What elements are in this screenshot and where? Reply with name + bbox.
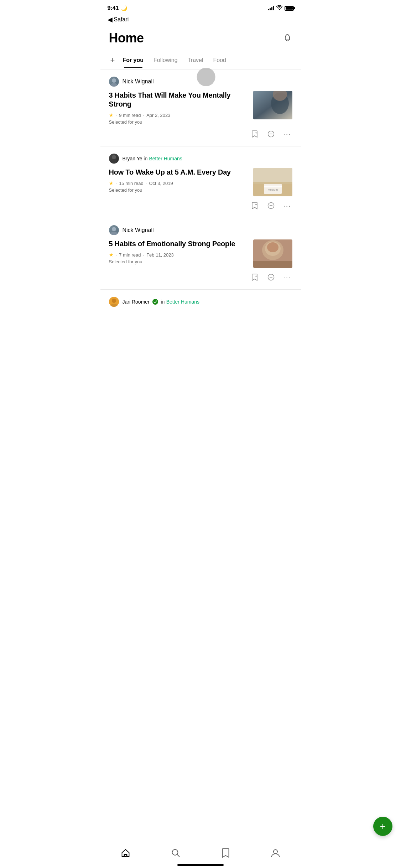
svg-rect-28 (253, 261, 292, 268)
back-label: Safari (114, 16, 129, 23)
article-title[interactable]: How To Wake Up at 5 A.M. Every Day (109, 168, 248, 177)
bookmark-button[interactable] (250, 272, 260, 282)
svg-point-22 (112, 227, 116, 231)
author-row: Nick Wignall (109, 225, 292, 235)
bookmark-button[interactable] (250, 201, 260, 211)
publication-name[interactable]: Better Humans (166, 299, 199, 305)
author-row: Bryan Ye in Better Humans (109, 154, 292, 164)
article-card: Nick Wignall 3 Habits That Will Make You… (100, 69, 301, 146)
author-name: Jari Roomer (123, 299, 150, 305)
svg-point-11 (110, 160, 118, 164)
read-time: 7 min read (119, 252, 141, 258)
mute-button[interactable] (266, 129, 276, 139)
star-icon: ★ (109, 112, 114, 118)
star-icon: ★ (109, 252, 114, 258)
tab-for-you[interactable]: For you (118, 53, 149, 68)
article-title[interactable]: 5 Habits of Emotionally Strong People (109, 239, 248, 248)
verified-badge (152, 299, 158, 305)
mute-button[interactable] (266, 272, 276, 282)
read-time: 15 min read (119, 181, 144, 186)
page-title: Home (109, 31, 144, 46)
battery-icon (285, 6, 294, 11)
avatar (109, 297, 119, 307)
author-row: Nick Wignall (109, 77, 292, 87)
avatar (109, 154, 119, 164)
author-name: Nick Wignall (123, 227, 154, 233)
more-options-button[interactable]: ··· (282, 129, 292, 139)
article-card-partial: Jari Roomer in Better Humans (100, 290, 301, 315)
tab-travel[interactable]: Travel (183, 53, 208, 68)
article-meta: ★ · 9 min read · Apr 2, 2023 (109, 112, 248, 118)
article-actions: ··· (109, 129, 292, 139)
author-info: Bryan Ye in Better Humans (123, 156, 182, 161)
author-info: Jari Roomer in Better Humans (123, 299, 200, 305)
selected-label: Selected for you (109, 187, 248, 193)
svg-rect-15 (264, 186, 282, 187)
status-right (268, 5, 294, 11)
article-date: Feb 11, 2023 (146, 252, 174, 258)
author-name: Nick Wignall (123, 78, 154, 85)
signal-icon (268, 6, 274, 10)
article-content: 3 Habits That Will Make You Mentally Str… (109, 91, 292, 125)
svg-point-1 (112, 78, 116, 83)
moon-icon: 🌙 (121, 5, 127, 11)
more-options-button[interactable]: ··· (282, 272, 292, 282)
svg-point-34 (112, 299, 116, 303)
svg-rect-17 (253, 168, 292, 184)
more-options-button[interactable]: ··· (282, 201, 292, 211)
svg-text:medium: medium (267, 188, 278, 191)
svg-point-27 (267, 242, 278, 252)
article-thumbnail[interactable] (253, 91, 292, 119)
author-row: Jari Roomer in Better Humans (109, 297, 292, 307)
bookmark-button[interactable] (250, 129, 260, 139)
read-time: 9 min read (119, 113, 141, 118)
article-text: 5 Habits of Emotionally Strong People ★ … (109, 239, 248, 264)
wifi-icon (276, 5, 282, 11)
article-content: How To Wake Up at 5 A.M. Every Day ★ · 1… (109, 168, 292, 196)
article-content: 5 Habits of Emotionally Strong People ★ … (109, 239, 292, 268)
tabs-container: + For you Following Travel Food (100, 51, 301, 69)
article-thumbnail[interactable]: medium (253, 168, 292, 196)
mute-button[interactable] (266, 201, 276, 211)
tab-following[interactable]: Following (149, 53, 183, 68)
avatar (109, 77, 119, 87)
article-card: Bryan Ye in Better Humans How To Wake Up… (100, 146, 301, 218)
article-meta: ★ · 15 min read · Oct 3, 2019 (109, 180, 248, 186)
svg-point-23 (110, 232, 118, 235)
article-actions: ··· (109, 201, 292, 211)
star-icon: ★ (109, 180, 114, 186)
article-card: Nick Wignall 5 Habits of Emotionally Str… (100, 218, 301, 290)
article-date: Apr 2, 2023 (146, 113, 170, 118)
add-tab-button[interactable]: + (108, 51, 118, 69)
article-thumbnail[interactable] (253, 239, 292, 268)
status-time: 9:41 (108, 5, 119, 11)
article-title[interactable]: 3 Habits That Will Make You Mentally Str… (109, 91, 248, 109)
article-actions: ··· (109, 272, 292, 282)
tab-food[interactable]: Food (208, 53, 231, 68)
article-meta: ★ · 7 min read · Feb 11, 2023 (109, 252, 248, 258)
selected-label: Selected for you (109, 259, 248, 264)
avatar (109, 225, 119, 235)
svg-point-2 (110, 83, 118, 87)
notification-button[interactable] (282, 33, 292, 43)
back-arrow-icon: ◀ (108, 16, 113, 24)
article-text: 3 Habits That Will Make You Mentally Str… (109, 91, 248, 125)
article-text: How To Wake Up at 5 A.M. Every Day ★ · 1… (109, 168, 248, 193)
header: Home (100, 27, 301, 51)
status-bar: 9:41 🌙 (100, 0, 301, 14)
back-button[interactable]: ◀ Safari (100, 14, 301, 27)
svg-point-10 (112, 155, 116, 159)
publication-name[interactable]: Better Humans (149, 156, 182, 161)
selected-label: Selected for you (109, 119, 248, 125)
author-name: Bryan Ye (123, 156, 142, 161)
status-left: 9:41 🌙 (108, 5, 127, 11)
article-date: Oct 3, 2019 (149, 181, 173, 186)
